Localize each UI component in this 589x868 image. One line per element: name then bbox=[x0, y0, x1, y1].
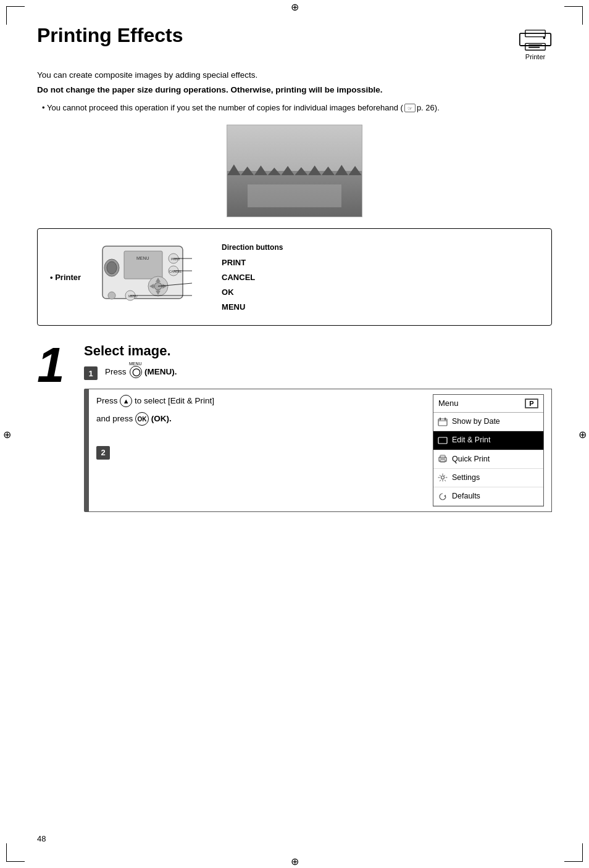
menu-printer-p: P bbox=[529, 398, 533, 410]
menu-label-row: MENU bbox=[222, 300, 283, 313]
up-button-icon: ▲ bbox=[120, 395, 132, 407]
cancel-label-text: CANCEL bbox=[222, 273, 255, 282]
substep2-content: Press ▲ to select [Edit & Print] and pre… bbox=[89, 389, 552, 512]
menu-label-text: MENU bbox=[222, 302, 245, 312]
camera-control-diagram: MENU PRINT CANCEL MENU bbox=[99, 240, 204, 314]
quick-print-icon bbox=[437, 455, 448, 463]
svg-text:CANCEL: CANCEL bbox=[169, 270, 182, 273]
menu-circle-icon: ◯ bbox=[130, 366, 142, 378]
svg-rect-32 bbox=[445, 418, 446, 420]
svg-rect-4 bbox=[528, 47, 540, 48]
ok-label-text: OK bbox=[222, 287, 234, 297]
svg-rect-3 bbox=[528, 44, 542, 46]
substep2-line1: Press ▲ to select [Edit & Print] bbox=[96, 394, 420, 408]
defaults-icon bbox=[437, 492, 448, 501]
water-layer bbox=[248, 184, 342, 207]
svg-rect-7 bbox=[124, 251, 162, 279]
step1-content: Select image. 1 Press MENU ◯ (MENU). bbox=[84, 343, 552, 521]
edit-print-icon bbox=[437, 436, 448, 445]
and-press-text: and press bbox=[96, 414, 135, 423]
page-number: 48 bbox=[37, 834, 46, 843]
print-label-text: PRINT bbox=[222, 258, 246, 267]
menu-title-text: Menu bbox=[438, 397, 459, 410]
svg-rect-31 bbox=[440, 418, 441, 420]
svg-point-5 bbox=[543, 37, 546, 39]
page-title: Printing Effects bbox=[37, 25, 183, 46]
control-diagram-box: • Printer MENU PRINT CANCEL bbox=[37, 228, 552, 326]
printer-icon-label: Printer bbox=[525, 53, 545, 60]
edit-print-label: Edit & Print bbox=[452, 434, 491, 447]
press-label: Press bbox=[96, 396, 120, 405]
bullet-main: • You cannot proceed this operation if y… bbox=[42, 103, 403, 112]
direction-buttons-text: Direction buttons bbox=[222, 243, 283, 252]
menu-button-ref: MENU ◯ bbox=[128, 365, 142, 379]
bullet-end: ). bbox=[435, 103, 440, 112]
substep2-bar bbox=[84, 389, 89, 512]
svg-rect-33 bbox=[438, 437, 447, 444]
printer-label-in-box: • Printer bbox=[50, 273, 87, 282]
substep1-content: Press MENU ◯ (MENU). bbox=[105, 365, 177, 379]
substep1-number: 1 bbox=[84, 366, 98, 380]
substep1-text: Press bbox=[105, 367, 128, 376]
control-labels: Direction buttons PRINT CANCEL OK MENU bbox=[222, 241, 283, 313]
quick-print-label: Quick Print bbox=[452, 453, 490, 466]
step2-text-block: Press ▲ to select [Edit & Print] and pre… bbox=[96, 394, 420, 460]
printer-icon-box: Printer bbox=[519, 28, 552, 60]
sample-image-container bbox=[37, 125, 552, 217]
menu-printer-badge: P bbox=[525, 399, 538, 408]
cancel-label-row: CANCEL bbox=[222, 270, 283, 284]
bullet-text: • You cannot proceed this operation if y… bbox=[42, 102, 552, 114]
sample-landscape-image bbox=[227, 125, 362, 217]
direction-buttons-label-row: Direction buttons bbox=[222, 241, 283, 254]
menu-title-bar: Menu P bbox=[433, 395, 543, 413]
svg-point-22 bbox=[108, 292, 115, 299]
settings-icon bbox=[437, 473, 448, 482]
svg-text:PRINT: PRINT bbox=[171, 257, 180, 261]
svg-text:MENU: MENU bbox=[128, 294, 138, 298]
ref-icon: ☞ bbox=[404, 104, 416, 112]
ok-label-row: OK bbox=[222, 285, 283, 299]
svg-marker-38 bbox=[444, 495, 446, 497]
menu-item-defaults[interactable]: Defaults bbox=[433, 487, 543, 506]
step2-inline: Press ▲ to select [Edit & Print] and pre… bbox=[96, 394, 544, 506]
menu-item-edit-print[interactable]: Edit & Print bbox=[433, 431, 543, 450]
print-label-row: PRINT bbox=[222, 255, 283, 269]
svg-text:MENU: MENU bbox=[136, 256, 149, 260]
show-by-date-label: Show by Date bbox=[452, 415, 500, 428]
menu-screenshot: Menu P Show by Date bbox=[433, 394, 544, 506]
svg-point-37 bbox=[441, 476, 445, 479]
substep1-text2: (MENU). bbox=[144, 367, 177, 376]
menu-item-show-by-date[interactable]: Show by Date bbox=[433, 413, 543, 431]
defaults-label: Defaults bbox=[452, 490, 480, 503]
calendar-icon bbox=[437, 418, 448, 426]
substep2-number-badge: 2 bbox=[96, 445, 420, 460]
svg-point-24 bbox=[107, 262, 117, 274]
settings-label: Settings bbox=[452, 471, 480, 484]
step1-number: 1 bbox=[37, 343, 74, 521]
step1-title: Select image. bbox=[84, 343, 552, 359]
page-header: Printing Effects Printer bbox=[37, 25, 552, 60]
intro-bold-line: Do not change the paper size during oper… bbox=[37, 84, 552, 96]
intro-line1: You can create composite images by addin… bbox=[37, 69, 552, 81]
substep2-line2: and press OK (OK). bbox=[96, 412, 420, 426]
bullet-ref: p. 26 bbox=[417, 103, 435, 112]
substep1: 1 Press MENU ◯ (MENU). bbox=[84, 365, 552, 380]
ok-paren-text: (OK). bbox=[151, 414, 172, 423]
to-select-text: to select [Edit & Print] bbox=[135, 396, 214, 405]
menu-item-settings[interactable]: Settings bbox=[433, 469, 543, 487]
ok-button-icon: OK bbox=[135, 412, 149, 426]
step1-section: 1 Select image. 1 Press MENU ◯ (MENU). bbox=[37, 343, 552, 521]
menu-item-quick-print[interactable]: Quick Print bbox=[433, 450, 543, 469]
substep2: Press ▲ to select [Edit & Print] and pre… bbox=[84, 389, 552, 512]
printer-icon bbox=[519, 28, 552, 52]
